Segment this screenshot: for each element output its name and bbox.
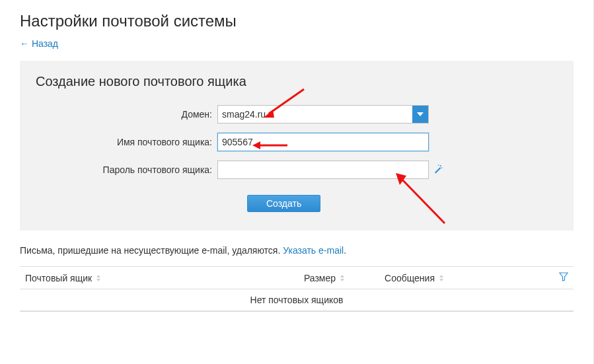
col-header-filter[interactable] — [449, 272, 574, 283]
col-header-messages[interactable]: Сообщения — [350, 273, 449, 283]
back-link[interactable]: ← Назад — [20, 38, 58, 49]
row-mailbox-password: Пароль почтового ящика: — [36, 161, 558, 179]
table-header-row: Почтовый ящик Размер Сообщения — [20, 267, 574, 289]
note-line: Письма, пришедшие на несуществующие e-ma… — [20, 245, 574, 256]
col-header-mailbox-label: Почтовый ящик — [25, 273, 92, 283]
chevron-down-icon — [417, 112, 424, 116]
col-header-messages-label: Сообщения — [385, 273, 435, 283]
filter-icon — [559, 272, 568, 283]
col-header-size-label: Размер — [304, 273, 336, 283]
col-header-size[interactable]: Размер — [271, 273, 350, 283]
domain-select-toggle[interactable] — [412, 106, 428, 123]
svg-point-0 — [440, 165, 441, 166]
wand-icon — [433, 164, 443, 174]
domain-select[interactable]: smag24.ru — [217, 105, 429, 124]
sort-icon — [96, 275, 101, 281]
mailbox-password-input[interactable] — [217, 161, 429, 179]
sort-icon — [439, 275, 444, 281]
mailboxes-table: Почтовый ящик Размер Сообщения — [20, 266, 574, 312]
sort-icon — [340, 275, 345, 281]
page-title: Настройки почтовой системы — [20, 12, 574, 30]
domain-select-value: smag24.ru — [218, 106, 412, 123]
panel-title: Создание нового почтового ящика — [36, 74, 558, 89]
label-mailbox-password: Пароль почтового ящика: — [36, 164, 217, 175]
note-trailing: . — [344, 245, 346, 256]
row-mailbox-name: Имя почтового ящика: — [36, 133, 558, 151]
label-domain: Домен: — [36, 109, 217, 120]
col-header-mailbox[interactable]: Почтовый ящик — [20, 273, 271, 283]
svg-point-2 — [438, 164, 439, 166]
mailbox-name-input[interactable] — [217, 133, 429, 151]
row-domain: Домен: smag24.ru — [36, 105, 558, 124]
note-text: Письма, пришедшие на несуществующие e-ma… — [20, 245, 283, 256]
table-empty-row: Нет почтовых ящиков — [20, 289, 574, 311]
label-mailbox-name: Имя почтового ящика: — [36, 137, 217, 147]
specify-email-link[interactable]: Указать e-mail — [283, 245, 344, 256]
create-button[interactable]: Создать — [247, 195, 320, 212]
create-mailbox-panel: Создание нового почтового ящика Домен: s… — [20, 61, 574, 231]
generate-password-button[interactable] — [433, 164, 443, 176]
svg-point-1 — [441, 167, 443, 168]
